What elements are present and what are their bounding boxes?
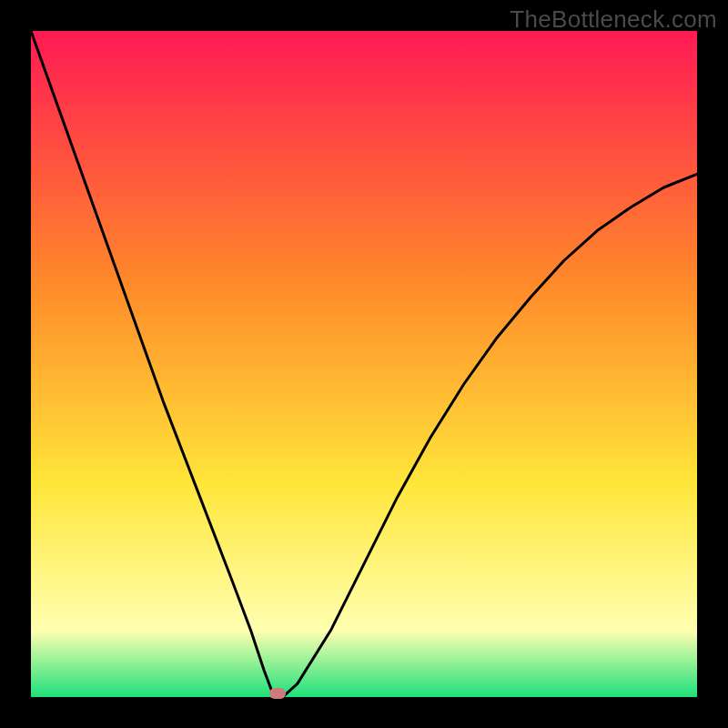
gradient-background: [31, 31, 697, 697]
plot-area: [31, 31, 697, 697]
chart-frame: TheBottleneck.com: [0, 0, 728, 728]
plot-svg: [31, 31, 697, 697]
watermark-text: TheBottleneck.com: [510, 5, 717, 34]
minimum-marker: [269, 688, 286, 699]
